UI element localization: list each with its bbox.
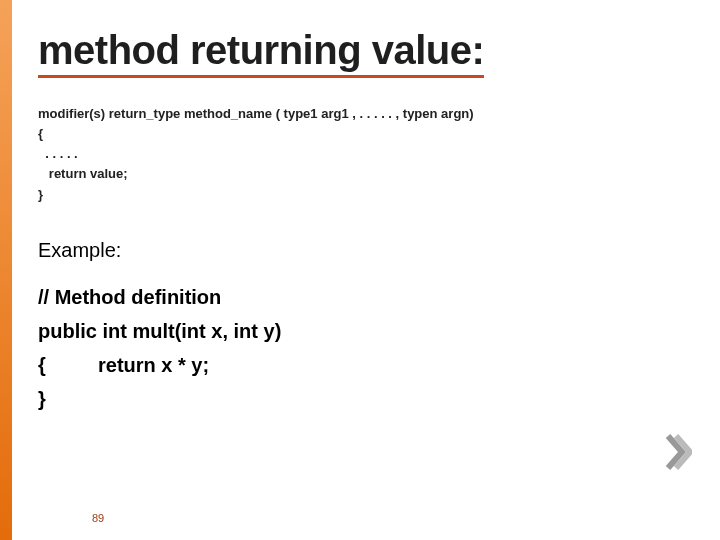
code-body-line: {return x * y; bbox=[38, 348, 690, 382]
syntax-line: return value; bbox=[38, 164, 690, 184]
syntax-block: modifier(s) return_type method_name ( ty… bbox=[38, 104, 690, 205]
chevron-right-icon bbox=[664, 434, 692, 470]
accent-bar bbox=[0, 0, 12, 540]
syntax-line: modifier(s) return_type method_name ( ty… bbox=[38, 104, 690, 124]
code-block: // Method definition public int mult(int… bbox=[38, 280, 690, 416]
syntax-line: } bbox=[38, 185, 690, 205]
slide-number: 89 bbox=[92, 512, 104, 524]
code-signature: public int mult(int x, int y) bbox=[38, 314, 690, 348]
code-comment: // Method definition bbox=[38, 280, 690, 314]
example-heading: Example: bbox=[38, 239, 690, 262]
syntax-line: { bbox=[38, 124, 690, 144]
slide-title: method returning value: bbox=[38, 28, 484, 78]
code-body: return x * y; bbox=[98, 354, 209, 376]
slide: method returning value: modifier(s) retu… bbox=[0, 0, 720, 540]
close-brace: } bbox=[38, 382, 690, 416]
open-brace: { bbox=[38, 348, 98, 382]
syntax-line: . . . . . bbox=[38, 144, 690, 164]
content-area: method returning value: modifier(s) retu… bbox=[38, 28, 690, 416]
